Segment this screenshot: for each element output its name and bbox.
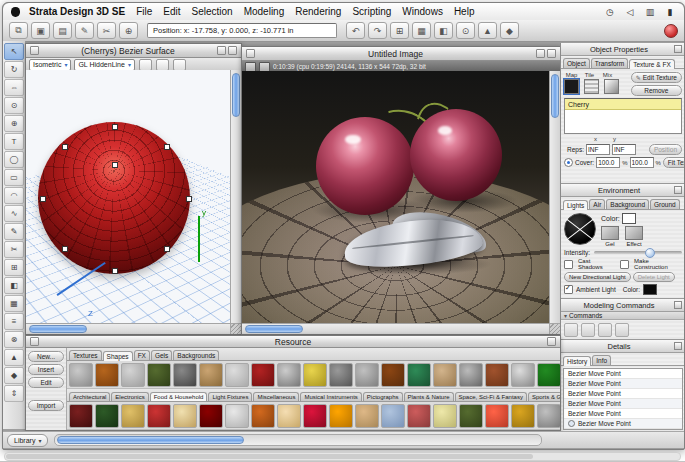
- tool-cut[interactable]: ✂: [4, 241, 24, 258]
- category-musical-instruments[interactable]: Musical Instruments: [300, 392, 361, 401]
- resource-thumbnail[interactable]: [459, 404, 483, 428]
- resource-thumbnail[interactable]: [225, 404, 249, 428]
- texture-list[interactable]: Cherry: [564, 98, 682, 134]
- resource-thumbnail[interactable]: [251, 363, 275, 387]
- tool-circle[interactable]: ◯: [4, 151, 24, 168]
- texture-list-item[interactable]: Cherry: [565, 99, 681, 110]
- light-color-swatch[interactable]: [622, 213, 636, 224]
- cover-y-field[interactable]: [630, 157, 654, 168]
- environment-titlebar[interactable]: Environment: [561, 184, 685, 197]
- resource-thumbnail[interactable]: [459, 363, 483, 387]
- view-dropdown[interactable]: Isometric: [29, 59, 71, 71]
- add-icon[interactable]: ⊕: [119, 22, 138, 39]
- reps-y-field[interactable]: [612, 144, 636, 155]
- resource-thumbnail[interactable]: [537, 363, 560, 387]
- control-point[interactable]: [62, 246, 68, 252]
- minimize-icon[interactable]: [217, 46, 226, 55]
- reps-x-field[interactable]: [586, 144, 610, 155]
- displays-icon[interactable]: ▥: [644, 7, 656, 17]
- vertical-scrollbar[interactable]: [549, 71, 560, 324]
- tool-rect[interactable]: ▭: [4, 169, 24, 186]
- close-icon[interactable]: [246, 49, 255, 58]
- page-scroll-thumb[interactable]: [6, 454, 533, 459]
- resource-thumbnail[interactable]: [199, 404, 223, 428]
- cast-shadows-checkbox[interactable]: [564, 260, 573, 269]
- zoom-icon[interactable]: [547, 49, 556, 58]
- resource-thumbnail[interactable]: [355, 363, 379, 387]
- save-icon[interactable]: ▣: [31, 22, 50, 39]
- control-point[interactable]: [164, 144, 170, 150]
- resource-titlebar[interactable]: Resource: [26, 336, 560, 348]
- battery-icon[interactable]: ▮: [664, 7, 676, 17]
- minimize-icon[interactable]: [536, 49, 545, 58]
- control-point[interactable]: [112, 268, 118, 274]
- menu-windows[interactable]: Windows: [402, 6, 443, 17]
- tool-curve[interactable]: ∿: [4, 205, 24, 222]
- gel-thumbnail[interactable]: [601, 226, 619, 240]
- resource-thumbnail[interactable]: [537, 404, 560, 428]
- tab-background[interactable]: Background: [606, 199, 649, 209]
- menu-rendering[interactable]: Rendering: [295, 6, 341, 17]
- history-row[interactable]: Bezier Move Point: [564, 399, 682, 409]
- resource-thumbnail[interactable]: [407, 363, 431, 387]
- resource-thumbnail[interactable]: [433, 363, 457, 387]
- category-sports-games[interactable]: Sports & Games: [528, 392, 560, 401]
- tool-cone[interactable]: ▲: [4, 349, 24, 366]
- resource-thumbnail[interactable]: [251, 404, 275, 428]
- resource-thumbnail[interactable]: [485, 404, 509, 428]
- axes-toggle-icon[interactable]: [173, 59, 186, 71]
- zoom-icon[interactable]: [547, 337, 556, 346]
- tab-info[interactable]: Info: [592, 355, 611, 365]
- command-icon[interactable]: [615, 323, 629, 337]
- app-horizontal-scrollbar[interactable]: [54, 434, 542, 446]
- tool-layers[interactable]: ≡: [4, 313, 24, 330]
- resource-thumbnail[interactable]: [381, 404, 405, 428]
- tool-pen[interactable]: ✎: [4, 223, 24, 240]
- cut-icon[interactable]: ✂: [97, 22, 116, 39]
- mix-mode-button[interactable]: [604, 79, 619, 94]
- tool-text[interactable]: T: [4, 133, 24, 150]
- control-point[interactable]: [62, 144, 68, 150]
- scroll-thumb[interactable]: [232, 73, 240, 117]
- history-row[interactable]: Bezier Move Point: [564, 369, 682, 379]
- resource-thumbnail[interactable]: [355, 404, 379, 428]
- resource-thumbnail[interactable]: [329, 404, 353, 428]
- modeling-commands-titlebar[interactable]: Modeling Commands: [561, 299, 685, 312]
- volume-icon[interactable]: ◁: [624, 7, 636, 17]
- tool-select[interactable]: ↖: [4, 43, 24, 60]
- menu-help[interactable]: Help: [454, 6, 475, 17]
- close-icon[interactable]: [30, 337, 39, 346]
- collapse-icon[interactable]: [674, 301, 682, 309]
- insert-button[interactable]: Insert: [28, 364, 64, 375]
- resource-thumbnail[interactable]: [121, 363, 145, 387]
- resource-thumbnail[interactable]: [95, 404, 119, 428]
- edit-button[interactable]: Edit: [28, 377, 64, 388]
- category-plants-nature[interactable]: Plants & Nature: [404, 392, 454, 401]
- cover-radio[interactable]: [564, 158, 573, 167]
- snap-grid-icon[interactable]: ⊞: [390, 22, 409, 39]
- horizontal-scrollbar[interactable]: [242, 323, 550, 334]
- rendermode-dropdown[interactable]: GL HiddenLine: [74, 59, 134, 71]
- mesh-icon[interactable]: ▦: [412, 22, 431, 39]
- resource-thumbnail[interactable]: [511, 363, 535, 387]
- tool-poly[interactable]: ◆: [4, 367, 24, 384]
- history-row[interactable]: Bezier Move Point: [564, 389, 682, 399]
- make-construction-checkbox[interactable]: [620, 260, 629, 269]
- grid-icon[interactable]: ▤: [53, 22, 72, 39]
- category-architectural[interactable]: Architectural: [69, 392, 110, 401]
- horizontal-scrollbar[interactable]: [26, 323, 231, 334]
- tab-ground[interactable]: Ground: [650, 199, 680, 209]
- tool-delete[interactable]: ⊗: [4, 331, 24, 348]
- resource-thumbnail[interactable]: [121, 404, 145, 428]
- scroll-thumb[interactable]: [245, 325, 303, 333]
- render-settings-icon[interactable]: [259, 62, 270, 72]
- history-row-current[interactable]: Bezier Move Point: [564, 419, 682, 429]
- fit-texture-button[interactable]: Fit Texture: [663, 157, 685, 168]
- zoom-icon[interactable]: [228, 46, 237, 55]
- resource-thumbnail[interactable]: [173, 404, 197, 428]
- scroll-thumb[interactable]: [57, 436, 244, 444]
- tool-move-h[interactable]: ⇔: [4, 79, 24, 96]
- tab-history[interactable]: History: [563, 356, 591, 366]
- control-point[interactable]: [40, 196, 46, 202]
- cone-icon[interactable]: ▲: [478, 22, 497, 39]
